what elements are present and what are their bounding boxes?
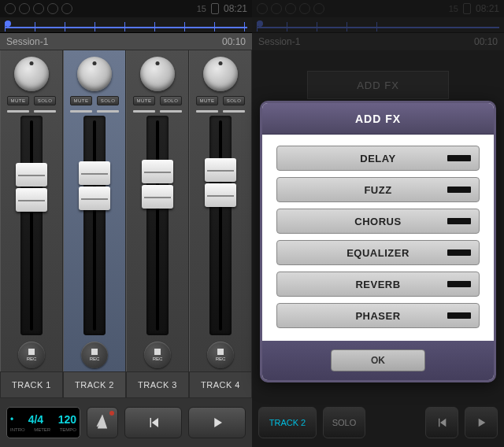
rewind-button[interactable] bbox=[124, 407, 182, 438]
battery-icon bbox=[211, 3, 219, 14]
record-button[interactable]: REC bbox=[18, 342, 45, 368]
fx-option[interactable]: FUZZ bbox=[276, 177, 480, 202]
session-name: Session-1 bbox=[6, 36, 48, 47]
fx-label: EQUALIZER bbox=[346, 247, 410, 259]
add-fx-modal: ADD FX DELAYFUZZCHORUSEQUALIZERREVERBPHA… bbox=[260, 101, 496, 382]
channel-strip[interactable]: MUTE SOLO REC bbox=[126, 50, 189, 371]
fx-slider-icon bbox=[447, 312, 471, 319]
status-icon bbox=[19, 3, 30, 14]
pan-knob[interactable] bbox=[203, 57, 238, 91]
metronome-button[interactable] bbox=[87, 407, 118, 438]
time-signature: 4/4 bbox=[28, 413, 43, 426]
channel-strip[interactable]: MUTE SOLO REC bbox=[63, 50, 126, 371]
playhead-icon[interactable] bbox=[5, 20, 11, 27]
mixer-screen: 15 08:21 Session-1 00:10 MUTE SOLO REC bbox=[0, 0, 252, 447]
record-button[interactable]: REC bbox=[207, 342, 234, 368]
fx-slider-icon bbox=[447, 155, 471, 161]
play-button[interactable] bbox=[188, 407, 246, 438]
mixer: MUTE SOLO REC MUTE SOLO REC MUTE SOLO bbox=[0, 50, 252, 371]
play-icon bbox=[475, 416, 487, 429]
solo-button[interactable]: SOLO bbox=[34, 96, 56, 105]
solo-button[interactable]: SOLO bbox=[223, 96, 245, 105]
solo-button[interactable]: SOLO bbox=[323, 407, 365, 438]
fader-handle[interactable] bbox=[142, 160, 173, 183]
fx-slider-icon bbox=[447, 187, 471, 193]
fader-handle[interactable] bbox=[79, 161, 110, 185]
status-icon bbox=[61, 3, 72, 14]
bpm: 120 bbox=[58, 413, 76, 426]
session-time: 00:10 bbox=[222, 36, 246, 47]
fader[interactable] bbox=[209, 116, 232, 335]
fader[interactable] bbox=[20, 116, 43, 335]
solo-button[interactable]: SOLO bbox=[97, 96, 119, 105]
fader-handle[interactable] bbox=[79, 187, 110, 210]
fx-slider-icon bbox=[447, 249, 471, 256]
fx-label: CHORUS bbox=[354, 216, 401, 227]
fx-label: DELAY bbox=[360, 153, 395, 164]
skip-back-icon bbox=[435, 416, 448, 429]
play-icon bbox=[210, 416, 224, 430]
fader-handle[interactable] bbox=[205, 158, 236, 182]
channel-strip[interactable]: MUTE SOLO REC bbox=[0, 50, 63, 371]
track-labels: TRACK 1TRACK 2TRACK 3TRACK 4 bbox=[0, 371, 252, 398]
battery-level: 15 bbox=[197, 4, 206, 13]
solo-button[interactable]: SOLO bbox=[160, 96, 182, 105]
tempo-sublabel: TEMPO bbox=[60, 427, 76, 432]
session-header: Session-1 00:10 bbox=[0, 33, 252, 50]
fx-option[interactable]: DELAY bbox=[276, 146, 480, 171]
fx-slider-icon bbox=[447, 218, 471, 224]
mute-button[interactable]: MUTE bbox=[7, 96, 29, 105]
transport: • 4/4 120 INTRO METER TEMPO bbox=[0, 398, 252, 447]
track-label[interactable]: TRACK 4 bbox=[189, 371, 252, 398]
fader-handle[interactable] bbox=[142, 185, 173, 209]
play-button[interactable] bbox=[465, 407, 498, 438]
add-fx-button: ADD FX bbox=[307, 71, 449, 99]
channel-strip[interactable]: MUTE SOLO REC bbox=[189, 50, 252, 371]
mute-button[interactable]: MUTE bbox=[196, 96, 218, 105]
fader-handle[interactable] bbox=[16, 163, 47, 187]
pan-knob[interactable] bbox=[77, 57, 112, 91]
status-icon bbox=[33, 3, 44, 14]
tempo-sublabel: INTRO bbox=[10, 427, 25, 432]
track-label[interactable]: TRACK 3 bbox=[126, 371, 189, 398]
status-bar: 15 08:21 bbox=[0, 0, 252, 17]
fx-label: PHASER bbox=[355, 310, 400, 322]
track-label[interactable]: TRACK 1 bbox=[0, 371, 63, 398]
fader-handle[interactable] bbox=[205, 183, 236, 207]
skip-back-icon bbox=[146, 416, 161, 430]
fx-label: REVERB bbox=[355, 279, 400, 290]
rewind-button[interactable] bbox=[425, 407, 458, 438]
fx-option[interactable]: PHASER bbox=[276, 303, 480, 328]
metronome-icon bbox=[94, 415, 110, 430]
fx-option[interactable]: CHORUS bbox=[276, 209, 480, 234]
record-button[interactable]: REC bbox=[81, 342, 108, 368]
track-selector[interactable]: TRACK 2 bbox=[258, 407, 317, 438]
pan-knob[interactable] bbox=[14, 57, 49, 91]
record-button[interactable]: REC bbox=[144, 342, 171, 368]
transport-bar: TRACK 2 SOLO bbox=[252, 398, 504, 447]
fader-handle[interactable] bbox=[16, 188, 47, 212]
fx-option[interactable]: EQUALIZER bbox=[276, 240, 480, 265]
mute-button[interactable]: MUTE bbox=[133, 96, 155, 105]
fx-slider-icon bbox=[447, 281, 471, 287]
pan-knob[interactable] bbox=[140, 57, 175, 91]
fx-label: FUZZ bbox=[364, 184, 391, 196]
tempo-box[interactable]: • 4/4 120 INTRO METER TEMPO bbox=[6, 407, 80, 438]
status-icon bbox=[47, 3, 58, 14]
ok-button[interactable]: OK bbox=[331, 349, 425, 371]
fader[interactable] bbox=[146, 116, 169, 335]
fx-option[interactable]: REVERB bbox=[276, 272, 480, 297]
tempo-sublabel: METER bbox=[34, 427, 50, 432]
status-icon bbox=[5, 3, 16, 14]
fx-screen: 15 08:21 Session-1 00:10 ADD FX TRACK 2 … bbox=[252, 0, 504, 447]
mute-button[interactable]: MUTE bbox=[70, 96, 92, 105]
clock: 08:21 bbox=[224, 3, 247, 14]
fader[interactable] bbox=[83, 116, 106, 335]
timeline[interactable] bbox=[0, 17, 252, 33]
modal-title: ADD FX bbox=[262, 103, 494, 135]
track-label[interactable]: TRACK 2 bbox=[63, 371, 126, 398]
